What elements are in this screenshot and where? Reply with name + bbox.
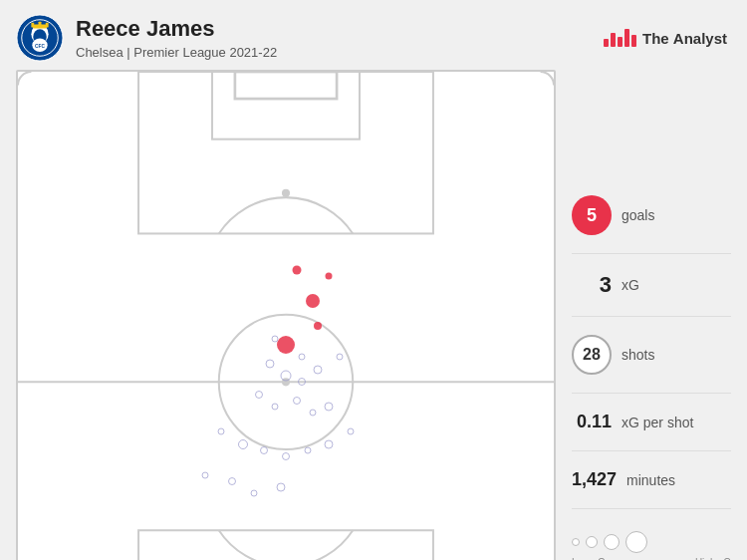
shot-dot [298,378,306,386]
divider-3 [572,393,731,394]
shot-dot [309,410,316,417]
legend-circles [572,531,731,553]
analyst-text: The Analyst [642,30,727,47]
goals-row: 5 goals [572,195,731,235]
xg-per-shot-value: 0.11 [572,412,612,432]
header: CFC Reece James Chelsea | Premier League… [0,0,747,70]
player-info: Reece James Chelsea | Premier League 202… [76,16,277,59]
svg-rect-5 [31,23,34,28]
pitch-svg [18,72,554,560]
shots-label: shots [622,347,654,363]
shots-value: 28 [572,335,612,375]
xg-per-shot-label: xG per shot [622,415,693,430]
pitch-container [16,70,556,560]
analyst-bars-icon [604,29,636,47]
legend-circle-md [604,534,620,550]
shot-dot [228,477,236,485]
player-name: Reece James [76,16,277,42]
shot-dot [218,428,225,435]
xg-label: xG [622,277,639,293]
bar5 [631,35,636,47]
minutes-row: 1,427 minutes [572,469,731,490]
pitch [16,70,556,560]
shot-dot [314,322,322,330]
player-subtitle: Chelsea | Premier League 2021-22 [76,45,277,60]
shot-dot [265,359,274,368]
svg-point-16 [282,189,290,197]
shot-dot [326,273,333,280]
bar2 [611,33,616,47]
shot-dot [347,428,354,435]
bar3 [618,37,622,47]
shot-dot [272,404,279,411]
shot-dot [314,365,323,374]
shot-dot [238,439,248,449]
analyst-label: Analyst [673,30,727,47]
svg-rect-7 [46,23,49,28]
shot-dot [306,294,320,308]
shot-dot [282,452,290,460]
goals-label: goals [622,207,654,223]
shot-dot [304,446,311,453]
svg-rect-15 [235,72,337,99]
bar1 [604,39,609,47]
legend-circle-lg [625,531,647,553]
xg-row: 3 xG [572,272,731,298]
shot-dot [336,354,343,361]
legend-circle-xs [572,538,580,546]
legend-container: Low xG High xG [572,527,731,560]
shot-dot [325,403,334,412]
main-container: CFC Reece James Chelsea | Premier League… [0,0,747,560]
shot-dot [299,354,306,361]
minutes-value: 1,427 [572,469,617,490]
bar4 [624,29,629,47]
xg-per-shot-row: 0.11 xG per shot [572,412,731,432]
shot-dot [325,439,334,448]
goals-value: 5 [572,195,612,235]
shot-dot [293,397,301,405]
stats-panel: 5 goals 3 xG 28 shots 0.11 xG per shot [572,70,731,560]
svg-rect-17 [138,530,433,560]
shots-row: 28 shots [572,335,731,375]
svg-rect-13 [138,72,433,233]
divider-2 [572,316,731,317]
divider-5 [572,508,731,509]
shot-dot [260,446,268,454]
shot-dot [277,336,295,354]
shot-dot [276,483,285,492]
svg-rect-6 [39,22,42,28]
minutes-label: minutes [626,472,675,488]
svg-text:CFC: CFC [35,44,45,49]
main-content: 5 goals 3 xG 28 shots 0.11 xG per shot [0,70,747,560]
shot-dot [272,335,279,342]
shot-dot [292,266,301,275]
shot-dot [255,391,263,399]
chelsea-logo: CFC [16,14,64,62]
divider-1 [572,253,731,254]
divider-4 [572,450,731,451]
shot-dot [250,490,257,497]
shot-dot [202,471,209,478]
header-left: CFC Reece James Chelsea | Premier League… [16,14,277,62]
shot-dot [281,371,292,382]
the-label: The [642,30,669,47]
xg-value: 3 [572,272,612,298]
analyst-logo: The Analyst [604,29,727,47]
legend-circle-sm [586,536,598,548]
